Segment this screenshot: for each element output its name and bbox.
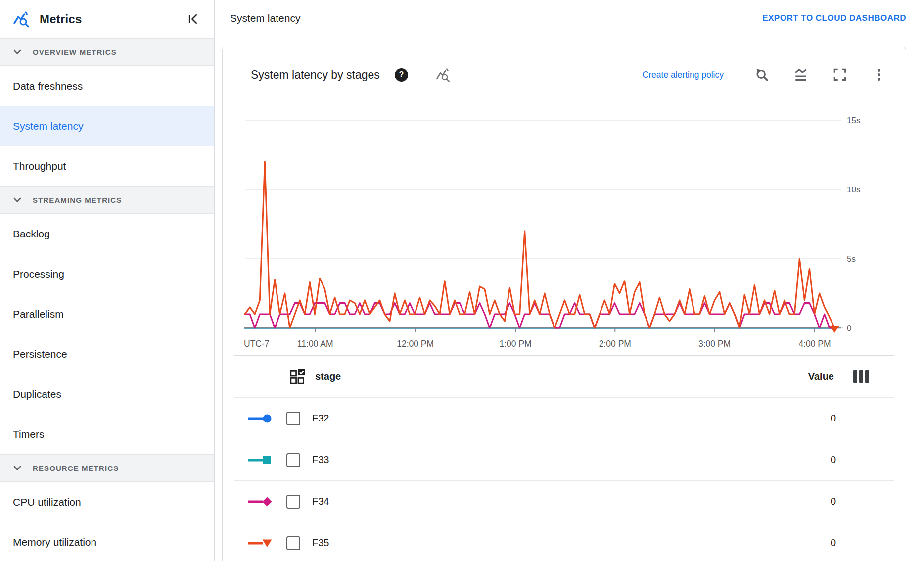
chevron-down-icon — [12, 47, 23, 57]
sidebar-item-persistence[interactable]: Persistence — [0, 334, 214, 374]
create-alerting-policy-link[interactable]: Create alerting policy — [643, 70, 724, 80]
page-title: System latency — [230, 12, 300, 24]
sidebar-item-processing[interactable]: Processing — [0, 254, 214, 294]
section-header-streaming-metrics[interactable]: STREAMING METRICS — [0, 186, 214, 214]
sidebar-item-throughput[interactable]: Throughput — [0, 146, 214, 186]
x-tick-label: 1:00 PM — [499, 339, 531, 349]
series-legend-diamond-icon — [247, 496, 273, 507]
collapse-sidebar-icon[interactable] — [185, 11, 201, 28]
section-header-overview-metrics[interactable]: OVERVIEW METRICS — [0, 38, 214, 66]
chevron-down-icon — [12, 194, 23, 205]
stage-label: F32 — [312, 413, 329, 424]
stage-label: F33 — [312, 454, 329, 466]
x-tick-label: 3:00 PM — [698, 339, 731, 349]
columns-icon[interactable] — [852, 369, 871, 384]
stage-checkbox[interactable] — [286, 536, 300, 550]
table-row: F340 — [234, 480, 894, 522]
select-all-stages-icon[interactable] — [289, 368, 306, 385]
x-tick-label: 11:00 AM — [297, 339, 333, 349]
sidebar-item-system-latency[interactable]: System latency — [0, 106, 214, 146]
chart-area: 15s10s5s011:00 AM12:00 PM1:00 PM2:00 PM3… — [230, 88, 906, 355]
sidebar-item-duplicates[interactable]: Duplicates — [0, 374, 214, 414]
stage-checkbox[interactable] — [286, 412, 300, 425]
latest-point-triangle-marker — [830, 326, 839, 333]
sidebar-item-memory-utilization[interactable]: Memory utilization — [0, 522, 214, 561]
timezone-label: UTC-7 — [244, 339, 270, 349]
stage-table-header: stage Value — [234, 356, 894, 397]
table-row: F320 — [234, 397, 894, 439]
stage-checkbox[interactable] — [286, 453, 300, 467]
more-options-icon[interactable] — [867, 63, 891, 87]
metrics-sidebar: Metrics OVERVIEW METRICSData freshnessSy… — [0, 0, 215, 561]
legend-toggle-icon[interactable] — [789, 63, 813, 87]
sidebar-item-backlog[interactable]: Backlog — [0, 214, 214, 254]
latency-panel-card: System latency by stages ? Create alerti… — [222, 47, 906, 561]
panel-header: System latency by stages ? Create alerti… — [223, 47, 906, 85]
stage-label: F34 — [312, 496, 329, 507]
value-column-header: Value — [808, 371, 834, 382]
sidebar-item-data-freshness[interactable]: Data freshness — [0, 66, 214, 106]
stage-table-body: F320F330F340F350 — [234, 397, 894, 561]
sidebar-nav: OVERVIEW METRICSData freshnessSystem lat… — [0, 38, 214, 561]
sidebar-header: Metrics — [0, 0, 214, 38]
main-header: System latency EXPORT TO CLOUD DASHBOARD — [215, 0, 924, 37]
sidebar-item-cpu-utilization[interactable]: CPU utilization — [0, 482, 214, 522]
stage-value: 0 — [831, 496, 836, 507]
x-tick-label: 2:00 PM — [599, 339, 631, 349]
section-label: STREAMING METRICS — [33, 196, 122, 204]
fullscreen-icon[interactable] — [828, 63, 852, 87]
stage-label: F35 — [312, 537, 329, 549]
reset-zoom-icon[interactable] — [750, 63, 774, 87]
main-area: System latency EXPORT TO CLOUD DASHBOARD… — [215, 0, 924, 561]
series-legend-circle-icon — [247, 413, 273, 424]
stage-value: 0 — [831, 454, 836, 466]
sidebar-item-parallelism[interactable]: Parallelism — [0, 294, 214, 334]
x-tick-label: 4:00 PM — [798, 339, 831, 349]
stage-value: 0 — [831, 537, 836, 549]
stage-table: stage Value F320F330F340F350 — [234, 356, 894, 561]
sidebar-item-timers[interactable]: Timers — [0, 414, 214, 454]
sidebar-title: Metrics — [40, 12, 82, 26]
export-to-cloud-dashboard-link[interactable]: EXPORT TO CLOUD DASHBOARD — [762, 13, 906, 23]
stage-value: 0 — [831, 413, 836, 424]
latency-chart[interactable]: 15s10s5s011:00 AM12:00 PM1:00 PM2:00 PM3… — [230, 88, 887, 355]
series-legend-square-icon — [247, 455, 273, 466]
y-tick-label: 0 — [847, 324, 851, 333]
y-tick-label: 15s — [847, 116, 860, 125]
y-tick-label: 5s — [847, 254, 856, 264]
section-header-resource-metrics[interactable]: RESOURCE METRICS — [0, 454, 214, 482]
stage-column-header: stage — [315, 371, 341, 382]
help-icon[interactable]: ? — [395, 68, 408, 82]
table-row: F330 — [234, 439, 894, 480]
panel-title: System latency by stages — [251, 68, 380, 82]
series-legend-triangle-icon — [247, 538, 273, 549]
explore-metrics-icon[interactable] — [436, 67, 451, 83]
section-label: RESOURCE METRICS — [33, 464, 119, 472]
stage-checkbox[interactable] — [286, 495, 300, 509]
y-tick-label: 10s — [847, 185, 860, 194]
metrics-logo-icon — [13, 10, 31, 28]
table-row: F350 — [234, 522, 894, 561]
x-tick-label: 12:00 PM — [397, 339, 434, 349]
chevron-down-icon — [12, 463, 23, 473]
section-label: OVERVIEW METRICS — [33, 48, 117, 56]
